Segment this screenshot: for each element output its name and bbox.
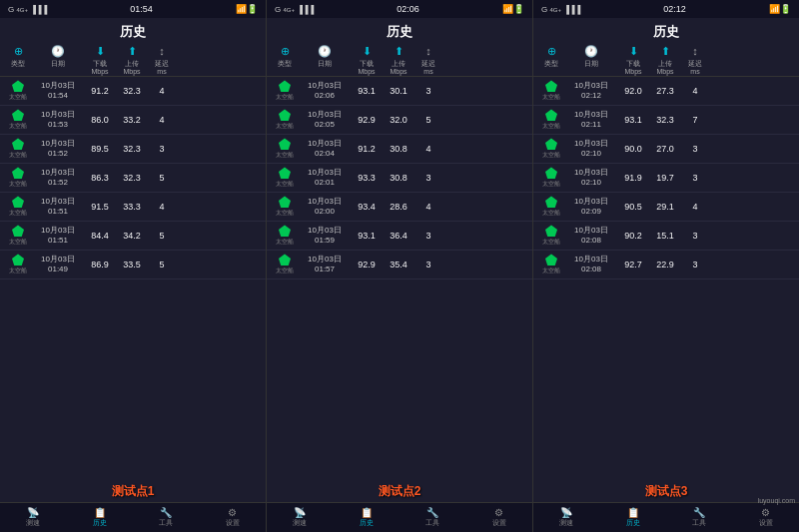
table-row: 太空船 10月03日02:0892.722.93	[533, 251, 799, 279]
server-label: 太空船	[276, 180, 294, 189]
status-time: 01:54	[130, 4, 153, 14]
phone-panel-1: G 4G+ ▐▐▐ 01:54 📶🔋 历史⊕🕐⬇⬆↕类型日期下载 Mbps上传 …	[0, 0, 267, 532]
nav-item-设置[interactable]: ⚙ 设置	[759, 507, 773, 528]
col-header-4: 延迟 ms	[681, 60, 709, 75]
row-latency: 3	[681, 173, 709, 183]
row-date: 10月03日02:12	[565, 81, 617, 102]
col-header-0: 类型	[537, 60, 565, 75]
row-latency: 4	[681, 86, 709, 96]
row-latency: 3	[414, 260, 442, 269]
row-type-icon: 太空船	[4, 167, 32, 189]
diamond-icon	[545, 196, 557, 208]
row-latency: 4	[148, 202, 176, 212]
bottom-nav: 📡 测速 📋 历史 🔧 工具 ⚙ 设置	[267, 502, 532, 532]
row-download: 86.3	[84, 173, 116, 183]
row-download: 92.7	[617, 260, 649, 269]
status-icons: 📶🔋	[502, 4, 524, 14]
row-latency: 5	[148, 173, 176, 183]
data-rows-container: 太空船 10月03日02:0693.130.13 太空船 10月03日02:05…	[267, 77, 532, 502]
row-type-icon: 太空船	[4, 109, 32, 131]
table-row: 太空船 10月03日01:5191.533.34	[0, 193, 266, 222]
col-header-0: 类型	[271, 60, 299, 75]
row-latency: 5	[148, 231, 176, 241]
nav-item-设置[interactable]: ⚙ 设置	[492, 507, 506, 528]
nav-label-2: 工具	[425, 519, 439, 528]
nav-item-设置[interactable]: ⚙ 设置	[226, 507, 240, 528]
row-type-icon: 太空船	[271, 196, 299, 218]
status-time: 02:06	[397, 4, 419, 14]
row-download: 92.9	[351, 115, 383, 125]
server-label: 太空船	[276, 93, 294, 102]
nav-label-0: 测速	[559, 519, 573, 528]
clock-header-icon: 🕐	[32, 45, 84, 58]
download-header-icon: ⬇	[617, 45, 649, 58]
latency-header-icon: ↕	[148, 45, 176, 58]
row-upload: 32.3	[116, 144, 148, 154]
row-latency: 5	[148, 260, 176, 269]
row-date: 10月03日01:49	[32, 255, 84, 275]
table-row: 太空船 10月03日02:0990.529.14	[533, 193, 799, 222]
table-row: 太空船 10月03日01:5386.033.24	[0, 106, 266, 135]
nav-label-2: 工具	[692, 519, 706, 528]
row-download: 93.4	[351, 202, 383, 212]
status-icons: 📶🔋	[769, 4, 791, 14]
status-bar: G 4G+ ▐▐▐ 02:06 📶🔋	[267, 0, 532, 18]
table-row: 太空船 10月03日02:0193.330.83	[267, 164, 532, 193]
table-row: 太空船 10月03日01:5289.532.33	[0, 135, 266, 164]
nav-item-工具[interactable]: 🔧 工具	[159, 507, 173, 528]
col-header-2: 下载 Mbps	[84, 60, 116, 75]
nav-item-历史[interactable]: 📋 历史	[360, 507, 374, 528]
diamond-icon	[545, 109, 557, 121]
row-latency: 4	[414, 144, 442, 154]
panel-title: 历史	[0, 18, 266, 44]
server-label: 太空船	[542, 122, 560, 131]
table-row: 太空船 10月03日02:1091.919.73	[533, 164, 799, 193]
latency-header-icon: ↕	[681, 45, 709, 58]
table-row: 太空船 10月03日01:5993.136.43	[267, 222, 532, 251]
row-date: 10月03日01:51	[32, 226, 84, 247]
row-latency: 3	[148, 144, 176, 154]
diamond-icon	[279, 80, 291, 92]
row-upload: 27.0	[649, 144, 681, 154]
server-label: 太空船	[9, 180, 27, 189]
row-type-icon: 太空船	[537, 80, 565, 102]
globe-header-icon: ⊕	[4, 45, 32, 58]
nav-item-历史[interactable]: 📋 历史	[93, 507, 107, 528]
row-date: 10月03日01:57	[299, 255, 351, 275]
row-latency: 3	[681, 231, 709, 241]
table-row: 太空船 10月03日02:0491.230.84	[267, 135, 532, 164]
carrier-signal: G 4G+ ▐▐▐	[541, 5, 580, 14]
row-download: 86.0	[84, 115, 116, 125]
row-type-icon: 太空船	[4, 254, 32, 275]
diamond-icon	[12, 138, 24, 150]
row-date: 10月03日02:05	[299, 110, 351, 131]
row-type-icon: 太空船	[271, 225, 299, 247]
row-date: 10月03日01:52	[32, 139, 84, 160]
row-type-icon: 太空船	[537, 196, 565, 218]
carrier-signal: G 4G+ ▐▐▐	[275, 5, 314, 14]
nav-item-历史[interactable]: 📋 历史	[626, 507, 640, 528]
table-row: 太空船 10月03日02:0890.215.13	[533, 222, 799, 251]
nav-icon-0: 📡	[559, 507, 573, 517]
nav-item-测速[interactable]: 📡 测速	[293, 507, 307, 528]
diamond-icon	[12, 167, 24, 179]
server-label: 太空船	[9, 122, 27, 131]
upload-header-icon: ⬆	[649, 45, 681, 58]
row-type-icon: 太空船	[4, 138, 32, 160]
row-latency: 5	[414, 115, 442, 125]
row-date: 10月03日02:09	[565, 197, 617, 218]
diamond-icon	[12, 225, 24, 237]
server-label: 太空船	[542, 151, 560, 160]
nav-item-工具[interactable]: 🔧 工具	[692, 507, 706, 528]
row-upload: 30.8	[383, 144, 414, 154]
globe-header-icon: ⊕	[271, 45, 299, 58]
nav-item-测速[interactable]: 📡 测速	[26, 507, 40, 528]
row-download: 93.1	[351, 86, 383, 96]
row-date: 10月03日01:59	[299, 226, 351, 247]
nav-item-测速[interactable]: 📡 测速	[559, 507, 573, 528]
row-download: 91.2	[351, 144, 383, 154]
server-label: 太空船	[9, 238, 27, 247]
col-header-4: 延迟 ms	[148, 60, 176, 75]
upload-header-icon: ⬆	[383, 45, 414, 58]
nav-item-工具[interactable]: 🔧 工具	[425, 507, 439, 528]
